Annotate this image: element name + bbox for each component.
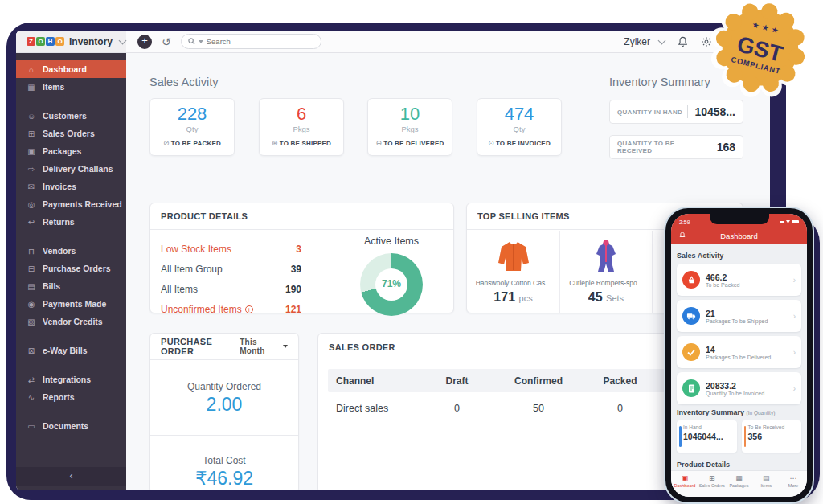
purchase-order-card: PURCHASE ORDER This Month Quantity Order… <box>149 333 299 490</box>
info-icon[interactable]: i <box>245 305 253 313</box>
phone-in-hand-box[interactable]: In Hand 1046044... <box>677 420 737 453</box>
sidebar-item-payments-received[interactable]: ◎Payments Received <box>16 195 126 213</box>
search-icon <box>188 38 195 45</box>
sales-orders-tab-icon: ⊞ <box>698 474 726 482</box>
unconfirmed-items-row[interactable]: Unconfirmed Itemsi121 <box>161 299 301 319</box>
chevron-right-icon: › <box>793 348 796 357</box>
reports-icon: ∿ <box>27 393 36 402</box>
gst-compliant-badge: ★ ★ ★ GST COMPLIANT <box>706 0 815 101</box>
romper-product-image <box>560 236 652 277</box>
inventory-summary-title: Inventory Summary <box>609 76 710 88</box>
sidebar-item-sales-orders[interactable]: ⊞Sales Orders <box>16 125 126 142</box>
wifi-icon <box>786 220 790 223</box>
purchase-order-filter[interactable]: This Month <box>240 338 288 355</box>
documents-icon: ▭ <box>27 422 36 431</box>
card-to-be-shipped[interactable]: 6 Pkgs ⊛TO BE SHIPPED <box>259 98 344 156</box>
battery-icon <box>792 220 799 223</box>
sidebar-item-vendor-credits[interactable]: ▧Vendor Credits <box>16 313 126 330</box>
history-icon[interactable]: ↺ <box>162 35 171 49</box>
card-to-be-packed[interactable]: 228 Qty ⊘TO BE PACKED <box>149 98 235 156</box>
phone-bell-icon[interactable] <box>679 232 686 240</box>
packages-tab-icon: ▦ <box>726 474 753 482</box>
all-items-row[interactable]: All Items190 <box>161 279 301 299</box>
sales-activity-title: Sales Activity <box>149 76 218 88</box>
dashboard-tab-icon: ▣ <box>671 474 698 482</box>
phone-card-to-be-invoiced[interactable]: 20833.2Quantity To be Invoiced › <box>677 372 801 404</box>
top-selling-item[interactable]: Hanswooly Cotton Cas... 171 pcs <box>467 231 559 313</box>
invoice-icon: ✉ <box>27 182 36 191</box>
vendors-icon: ⊓ <box>27 247 36 256</box>
phone-card-to-be-delivered[interactable]: 14Packages To be Delivered › <box>677 336 801 368</box>
cart-icon: ⊞ <box>27 129 36 138</box>
quantity-ordered-block: Quantity Ordered 2.00 <box>150 360 298 435</box>
vendor-credits-icon: ▧ <box>27 318 36 326</box>
chevron-right-icon: › <box>793 276 796 285</box>
bell-icon[interactable] <box>678 36 688 47</box>
quick-create-button[interactable]: + <box>137 35 152 49</box>
search-box[interactable] <box>181 34 321 49</box>
quantity-to-be-received-value: 168 <box>710 141 735 154</box>
truck-icon <box>682 307 700 325</box>
total-cost-value: ₹46.92 <box>150 468 298 490</box>
search-scope-caret-icon[interactable] <box>199 40 203 43</box>
sidebar-item-items[interactable]: ▦Items <box>16 78 126 96</box>
chevron-right-icon: › <box>793 384 796 393</box>
cardigan-product-image <box>467 236 559 277</box>
truck-icon: ⇨ <box>27 165 36 174</box>
sidebar-item-bills[interactable]: ▤Bills <box>16 277 126 295</box>
top-selling-item[interactable]: Cutiepie Rompers-spo... 45 Sets <box>559 231 652 313</box>
sidebar-item-documents[interactable]: ▭Documents <box>16 417 126 435</box>
sidebar-item-delivery-challans[interactable]: ⇨Delivery Challans <box>16 160 126 178</box>
org-chevron-down-icon <box>658 36 666 44</box>
basket-icon <box>682 271 700 289</box>
sidebar-item-eway-bills[interactable]: ⊠e-Way Bills <box>16 342 126 359</box>
phone-inventory-summary-title: Inventory Summary <box>677 408 744 416</box>
sidebar-item-returns[interactable]: ↩Returns <box>16 213 126 231</box>
product-name: Inventory <box>69 36 113 47</box>
phone-to-be-received-box[interactable]: To Be Received 356 <box>742 420 802 453</box>
app-logo[interactable]: Z O H O Inventory <box>16 31 126 52</box>
phone-card-to-be-packed[interactable]: 466.2To be Packed › <box>677 264 801 296</box>
phone-product-details-title: Product Details <box>677 461 801 469</box>
phone-card-to-be-shipped[interactable]: 21Packages To be Shipped › <box>677 300 801 332</box>
sidebar-collapse-button[interactable]: ‹ <box>16 467 126 486</box>
phone-tab-dashboard[interactable]: ▣Dashboard <box>671 471 698 497</box>
sidebar-item-purchase-orders[interactable]: ⊟Purchase Orders <box>16 260 126 277</box>
search-input[interactable] <box>207 37 314 46</box>
card-to-be-invoiced[interactable]: 474 Qty ⊙TO BE INVOICED <box>477 98 562 156</box>
mobile-app-mockup: 2:59 Dashboard Sales Activity <box>664 207 814 504</box>
donut-percent-label: 71% <box>360 278 423 289</box>
payments-made-icon: ◉ <box>27 300 36 309</box>
shipped-status-icon: ⊛ <box>272 139 278 147</box>
sidebar-item-dashboard[interactable]: ⌂Dashboard <box>16 60 126 78</box>
all-item-group-row[interactable]: All Item Group39 <box>161 259 301 279</box>
sidebar-item-reports[interactable]: ∿Reports <box>16 388 126 406</box>
phone-tab-packages[interactable]: ▦Packages <box>726 471 753 497</box>
items-tab-icon: ▤ <box>752 474 780 482</box>
card-to-be-delivered[interactable]: 10 Pkgs ⊖TO BE DELIVERED <box>367 98 452 156</box>
top-bar-main: + ↺ Zylker <box>126 31 770 52</box>
package-icon: ▣ <box>27 147 36 156</box>
sidebar-item-integrations[interactable]: ⇄Integrations <box>16 371 126 388</box>
returns-icon: ↩ <box>27 218 36 227</box>
phone-sales-activity-title: Sales Activity <box>677 252 801 260</box>
purchase-order-title: PURCHASE ORDER <box>161 337 240 356</box>
sidebar-item-vendors[interactable]: ⊓Vendors <box>16 242 126 260</box>
product-details-title: PRODUCT DETAILS <box>150 203 453 230</box>
sidebar-item-payments-made[interactable]: ◉Payments Made <box>16 295 126 313</box>
home-icon: ⌂ <box>27 65 36 74</box>
phone-notch <box>710 214 769 224</box>
purchase-orders-icon: ⊟ <box>27 264 36 273</box>
sidebar-item-invoices[interactable]: ✉Invoices <box>16 178 126 195</box>
org-switcher[interactable]: Zylker <box>624 36 665 47</box>
sidebar-item-packages[interactable]: ▣Packages <box>16 142 126 160</box>
phone-tab-sales-orders[interactable]: ⊞Sales Orders <box>698 471 726 497</box>
low-stock-items-row[interactable]: Low Stock Items3 <box>161 239 301 259</box>
phone-time: 2:59 <box>679 219 690 225</box>
active-items-donut: 71% <box>360 253 423 316</box>
sidebar-item-customers[interactable]: ☺Customers <box>16 107 126 125</box>
quantity-to-be-received-box: QUANTITY TO BE RECEIVED 168 <box>609 135 743 159</box>
chevron-down-icon[interactable] <box>119 36 127 44</box>
phone-tab-items[interactable]: ▤Items <box>752 471 780 497</box>
phone-tab-more[interactable]: ⋯More <box>780 471 807 497</box>
